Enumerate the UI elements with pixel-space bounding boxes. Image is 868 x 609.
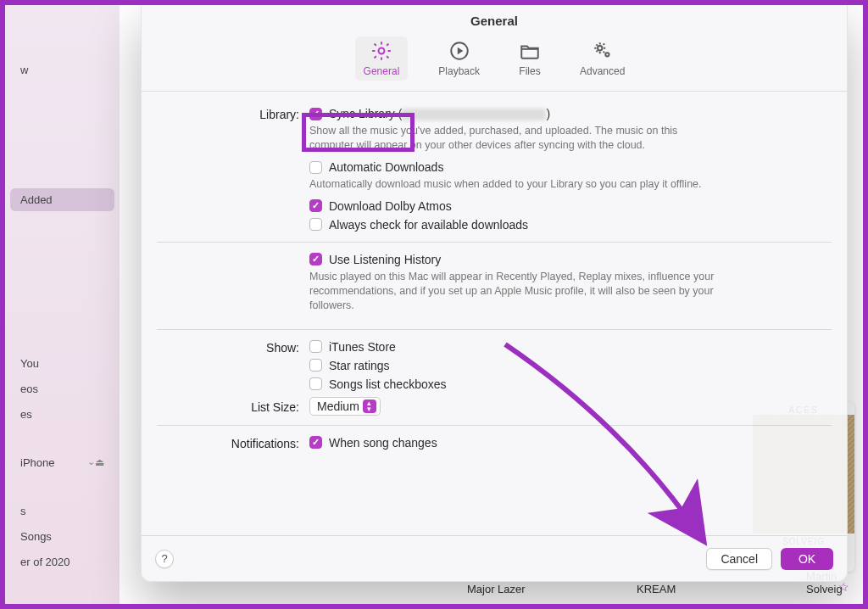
divider <box>157 242 832 243</box>
gear-icon <box>370 40 392 62</box>
chevron-down-icon[interactable]: ⌄ <box>87 456 95 467</box>
sync-library-checkbox[interactable]: Sync Library () <box>309 106 832 121</box>
section-label-notifications: Notifications: <box>157 435 309 450</box>
ok-button[interactable]: OK <box>781 548 833 570</box>
play-icon <box>448 40 470 62</box>
help-button[interactable]: ? <box>155 550 174 568</box>
sidebar-item-added[interactable]: Added <box>10 188 114 211</box>
sidebar-item[interactable]: es <box>10 403 114 426</box>
sidebar-item[interactable]: eos <box>10 377 114 400</box>
list-size-value: Medium <box>317 399 359 413</box>
checkbox-box <box>309 436 322 449</box>
section-label-listsize: List Size: <box>157 399 309 414</box>
checkbox-label: When song changes <box>329 436 437 450</box>
background-sidebar: w Added You eos es iPhone ⏏ ⌄ s Songs er… <box>5 5 120 604</box>
checkbox-box <box>309 199 322 212</box>
use-listening-history-checkbox[interactable]: Use Listening History <box>309 252 832 267</box>
tab-advanced[interactable]: Advanced <box>571 36 633 81</box>
checkbox-label: Sync Library () <box>329 107 550 120</box>
artist-name[interactable]: KREAM <box>637 583 676 595</box>
section-label-library: Library: <box>157 106 309 121</box>
svg-point-2 <box>598 46 602 50</box>
tab-playback[interactable]: Playback <box>430 36 488 81</box>
sidebar-item[interactable]: er of 2020 <box>10 550 114 573</box>
sidebar-item-iphone[interactable]: iPhone ⏏ ⌄ <box>10 451 114 474</box>
svg-point-3 <box>605 53 609 56</box>
svg-point-0 <box>378 48 384 54</box>
cancel-button[interactable]: Cancel <box>706 548 772 570</box>
checkbox-box <box>309 161 322 174</box>
stepper-arrows-icon <box>363 399 376 413</box>
show-star-ratings-checkbox[interactable]: Star ratings <box>309 358 832 373</box>
dialog-footer: ? Cancel OK <box>142 535 847 581</box>
dialog-content: Library: Sync Library () Show all the mu… <box>142 92 847 453</box>
checkbox-label: Always check for available downloads <box>329 218 528 232</box>
eject-icon[interactable]: ⏏ <box>95 456 104 468</box>
preferences-dialog: General General Playback Files Advanced … <box>141 5 848 582</box>
tab-label: General <box>364 65 400 77</box>
checkbox-label: iTunes Store <box>329 340 396 354</box>
redacted-account <box>402 109 546 120</box>
sidebar-item[interactable]: Songs <box>10 525 114 548</box>
tab-general[interactable]: General <box>355 36 409 81</box>
when-song-changes-checkbox[interactable]: When song changes <box>309 435 832 450</box>
checkbox-box <box>309 218 322 231</box>
section-label-show: Show: <box>157 339 309 355</box>
checkbox-label: Songs list checkboxes <box>329 377 447 391</box>
checkbox-label: Download Dolby Atmos <box>329 199 452 213</box>
tab-label: Advanced <box>580 65 625 77</box>
checkbox-label: Star ratings <box>329 359 390 372</box>
divider <box>157 425 832 426</box>
checkbox-box <box>309 340 322 353</box>
automatic-downloads-description: Automatically download music when added … <box>309 175 716 198</box>
tab-label: Playback <box>438 65 480 77</box>
sidebar-item[interactable]: You <box>10 352 114 375</box>
sync-library-description: Show all the music you've added, purchas… <box>309 121 716 159</box>
always-check-downloads-checkbox[interactable]: Always check for available downloads <box>309 217 832 232</box>
show-itunes-store-checkbox[interactable]: iTunes Store <box>309 339 832 355</box>
tab-label: Files <box>519 65 540 77</box>
folder-icon <box>519 40 541 62</box>
automatic-downloads-checkbox[interactable]: Automatic Downloads <box>309 159 832 175</box>
tab-files[interactable]: Files <box>510 36 549 81</box>
checkbox-box <box>309 377 322 390</box>
checkbox-box <box>309 253 322 265</box>
sidebar-item-label: iPhone <box>20 456 54 469</box>
checkbox-label: Automatic Downloads <box>329 160 443 174</box>
sidebar-item[interactable]: w <box>10 59 114 81</box>
preferences-toolbar: General Playback Files Advanced <box>142 33 847 92</box>
divider <box>157 329 832 330</box>
artist-name[interactable]: Major Lazer <box>467 583 526 595</box>
sidebar-item[interactable]: s <box>10 500 114 522</box>
dialog-title: General <box>142 5 847 33</box>
listening-history-description: Music played on this Mac will appear in … <box>309 267 716 320</box>
show-songs-list-checkboxes-checkbox[interactable]: Songs list checkboxes <box>309 377 832 392</box>
checkbox-box <box>309 359 322 372</box>
checkbox-label: Use Listening History <box>329 253 441 266</box>
checkbox-box <box>309 108 322 120</box>
gears-icon <box>592 40 614 62</box>
download-dolby-atmos-checkbox[interactable]: Download Dolby Atmos <box>309 198 832 214</box>
list-size-select[interactable]: Medium <box>309 397 381 416</box>
